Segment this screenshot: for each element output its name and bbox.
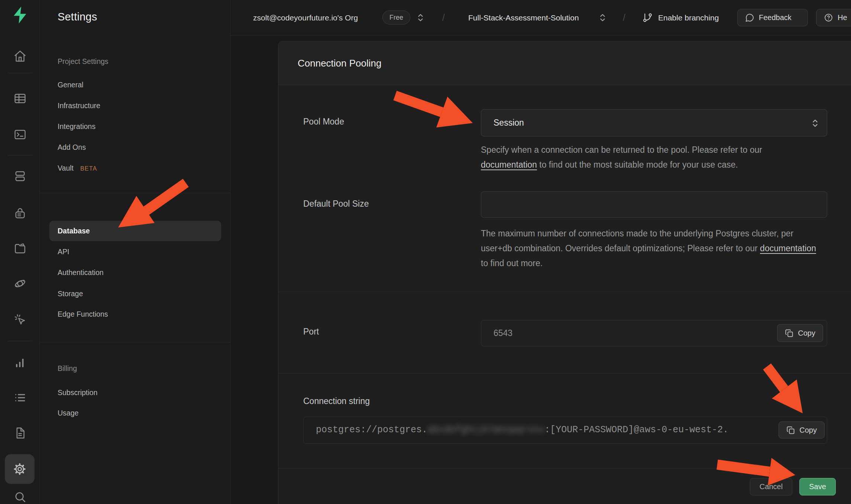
default-pool-size-label: Default Pool Size (303, 199, 369, 209)
git-branch-icon (642, 12, 653, 23)
redacted-project-ref: abcdefghijklmnopqrstu (427, 424, 544, 435)
table-editor-icon[interactable] (13, 92, 27, 105)
sidebar-item-vault[interactable]: VaultBETA (58, 163, 97, 173)
connection-pooling-card: Connection Pooling Pool Mode Session Spe… (278, 41, 851, 504)
port-label: Port (303, 327, 319, 337)
copy-label: Copy (799, 426, 817, 434)
beta-badge: BETA (80, 165, 97, 172)
sidebar-item-authentication[interactable]: Authentication (58, 267, 104, 278)
enable-branching-button[interactable]: Enable branching (642, 0, 719, 35)
card-title: Connection Pooling (298, 58, 382, 69)
pool-mode-description: Specify when a connection can be returne… (481, 142, 819, 172)
copy-label: Copy (798, 329, 815, 337)
nav-divider (40, 193, 230, 193)
sidebar-item-usage[interactable]: Usage (58, 408, 78, 418)
default-pool-size-description: The maximum number of connections made t… (481, 226, 819, 271)
settings-active-highlight (5, 454, 35, 484)
logs-list-icon[interactable] (13, 391, 27, 404)
save-button[interactable]: Save (799, 478, 836, 495)
feedback-button[interactable]: Feedback (737, 9, 808, 26)
gear-icon[interactable] (13, 462, 26, 476)
vault-label: Vault (58, 164, 74, 172)
sidebar-item-integrations[interactable]: Integrations (58, 121, 96, 132)
port-value: 6543 (494, 328, 512, 338)
pool-mode-label: Pool Mode (303, 117, 344, 127)
auth-lock-icon[interactable] (13, 207, 27, 220)
documentation-link[interactable]: documentation (481, 160, 537, 169)
database-icon[interactable] (13, 169, 27, 183)
card-header: Connection Pooling (278, 41, 851, 85)
org-breadcrumb[interactable]: zsolt@codeyourfuture.io's Org (253, 0, 358, 35)
pool-mode-select[interactable]: Session (481, 109, 827, 136)
sql-editor-icon[interactable] (13, 128, 27, 141)
chat-bubble-icon (745, 13, 754, 22)
sidebar-item-add-ons[interactable]: Add Ons (58, 142, 86, 152)
connection-string-label: Connection string (303, 396, 370, 406)
breadcrumb-separator: / (623, 0, 625, 35)
pool-mode-value: Session (494, 118, 524, 128)
top-header: zsolt@codeyourfuture.io's Org Free / Ful… (230, 0, 851, 35)
section-divider (278, 373, 851, 374)
nav-section-project-settings: Project Settings (58, 56, 109, 67)
documentation-link[interactable]: documentation (760, 243, 816, 253)
section-divider (278, 292, 851, 292)
edge-functions-icon[interactable] (13, 277, 27, 290)
sidebar-item-api[interactable]: API (58, 246, 69, 257)
rail-divider (7, 341, 32, 341)
footer-divider (278, 468, 851, 468)
supabase-logo-icon[interactable] (10, 5, 30, 25)
enable-branching-label: Enable branching (658, 13, 719, 22)
breadcrumb-separator: / (442, 0, 445, 35)
storage-folder-icon[interactable] (13, 242, 27, 255)
icon-rail (0, 0, 40, 504)
copy-icon (786, 426, 795, 434)
search-icon[interactable] (13, 490, 27, 504)
feedback-label: Feedback (759, 13, 792, 22)
sidebar-item-general[interactable]: General (58, 80, 83, 90)
docs-file-icon[interactable] (13, 426, 27, 440)
connection-string-box: postgres://postgres.abcdefghijklmnopqrst… (303, 417, 827, 444)
chevron-up-down-icon (810, 118, 820, 128)
nav-section-billing: Billing (58, 363, 77, 374)
help-button[interactable]: He (816, 9, 851, 26)
project-breadcrumb[interactable]: Full-Stack-Assessment-Solution (468, 0, 579, 35)
port-input: 6543 Copy (481, 320, 827, 346)
advisors-pointer-icon[interactable] (13, 313, 27, 326)
rail-divider (7, 73, 32, 73)
copy-icon (785, 329, 793, 337)
help-circle-icon (824, 13, 833, 22)
org-selector-icon[interactable] (415, 13, 426, 23)
settings-nav-panel: Settings Project Settings General Infras… (40, 0, 230, 504)
connection-string-copy-button[interactable]: Copy (779, 421, 825, 439)
cancel-button[interactable]: Cancel (750, 478, 792, 495)
database-label: Database (58, 226, 90, 236)
plan-badge: Free (382, 10, 410, 25)
sidebar-item-infrastructure[interactable]: Infrastructure (58, 100, 100, 111)
project-selector-icon[interactable] (598, 13, 608, 23)
rail-divider (7, 155, 32, 155)
reports-chart-icon[interactable] (13, 356, 27, 369)
nav-divider (40, 342, 230, 342)
sidebar-item-storage[interactable]: Storage (58, 288, 83, 299)
home-icon[interactable] (13, 49, 27, 63)
port-copy-button[interactable]: Copy (777, 324, 823, 342)
sidebar-item-subscription[interactable]: Subscription (58, 387, 97, 398)
sidebar-item-database[interactable]: Database (49, 221, 221, 241)
connection-string-value: postgres://postgres.abcdefghijklmnopqrst… (316, 424, 728, 435)
page-title: Settings (58, 11, 97, 23)
supabase-settings-page: Settings Project Settings General Infras… (0, 0, 851, 504)
sidebar-item-edge-functions[interactable]: Edge Functions (58, 309, 108, 319)
default-pool-size-input[interactable] (481, 191, 827, 218)
help-label: He (838, 13, 847, 22)
